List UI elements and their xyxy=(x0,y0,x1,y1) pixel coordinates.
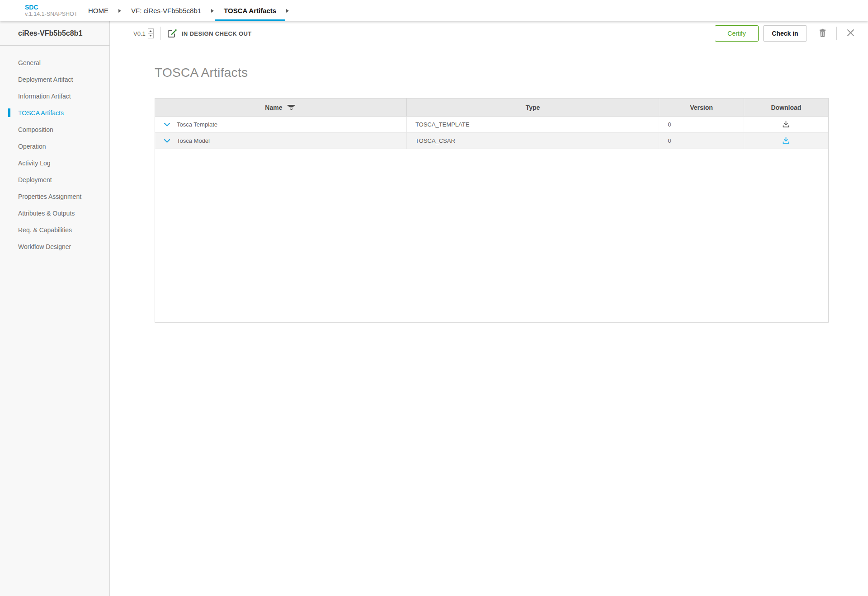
artifact-name: Tosca Model xyxy=(177,137,210,144)
artifact-name-cell: Tosca Model xyxy=(155,133,407,149)
artifact-name-cell: Tosca Template xyxy=(155,117,407,132)
tosca-artifacts-view: TOSCA Artifacts Name Type xyxy=(110,46,868,323)
version-spinner[interactable] xyxy=(148,28,154,38)
delete-button[interactable] xyxy=(815,27,830,41)
breadcrumb: HOME VF: ciRes-VFb5b5c8b1 TOSCA Artifact… xyxy=(79,0,290,21)
sidebar-item-tosca-artifacts[interactable]: TOSCA Artifacts xyxy=(0,104,109,121)
edit-pencil-icon xyxy=(167,29,177,38)
column-header-name[interactable]: Name xyxy=(155,99,407,116)
sidebar-item-req-capabilities[interactable]: Req. & Capabilities xyxy=(0,221,109,238)
sidebar-item-operation[interactable]: Operation xyxy=(0,138,109,155)
sidebar: ciRes-VFb5b5c8b1 General Deployment Arti… xyxy=(0,21,110,596)
chevron-down-icon[interactable] xyxy=(164,139,170,143)
sidebar-item-attributes-outputs[interactable]: Attributes & Outputs xyxy=(0,205,109,221)
logo-version: v.1.14.1-SNAPSHOT xyxy=(25,11,79,17)
sidebar-item-workflow-designer[interactable]: Workflow Designer xyxy=(0,238,109,255)
tab-vf-cires[interactable]: VF: ciRes-VFb5b5c8b1 xyxy=(122,0,210,21)
column-header-version[interactable]: Version xyxy=(659,99,744,116)
lifecycle-status: IN DESIGN CHECK OUT xyxy=(182,30,252,37)
resource-title: ciRes-VFb5b5c8b1 xyxy=(0,21,109,46)
sort-icon xyxy=(286,104,297,111)
top-bar: SDC v.1.14.1-SNAPSHOT HOME VF: ciRes-VFb… xyxy=(0,0,868,21)
artifact-download-cell xyxy=(744,133,828,149)
sdc-app: SDC v.1.14.1-SNAPSHOT HOME VF: ciRes-VFb… xyxy=(0,0,868,596)
download-icon xyxy=(782,136,790,146)
artifacts-table: Name Type Version Download xyxy=(155,98,829,323)
breadcrumb-arrow-icon xyxy=(211,9,214,13)
artifact-type-cell: TOSCA_TEMPLATE xyxy=(407,117,659,132)
artifact-version-cell: 0 xyxy=(659,117,744,132)
version-label: V0.1 xyxy=(133,30,146,37)
page-title: TOSCA Artifacts xyxy=(155,66,868,80)
table-row-tosca-model[interactable]: Tosca Model TOSCA_CSAR 0 xyxy=(155,133,828,149)
certify-button[interactable]: Certify xyxy=(715,25,759,42)
artifact-name: Tosca Template xyxy=(177,121,217,128)
sidebar-item-composition[interactable]: Composition xyxy=(0,121,109,138)
trash-icon xyxy=(819,28,826,39)
sidebar-item-general[interactable]: General xyxy=(0,54,109,71)
download-icon xyxy=(782,120,790,130)
breadcrumb-arrow-icon xyxy=(286,9,289,13)
artifact-download-cell xyxy=(744,117,828,132)
sidebar-item-deployment-artifact[interactable]: Deployment Artifact xyxy=(0,71,109,88)
logo-title: SDC xyxy=(25,4,79,11)
checkin-button[interactable]: Check in xyxy=(763,25,807,42)
column-header-type[interactable]: Type xyxy=(407,99,659,116)
workspace-toolbar: V0.1 IN DESIGN CHECK OUT Certify Check xyxy=(110,21,868,46)
main-area: V0.1 IN DESIGN CHECK OUT Certify Check xyxy=(110,21,868,596)
chevron-down-icon[interactable] xyxy=(164,122,170,127)
spinner-down-icon[interactable] xyxy=(148,33,153,38)
sidebar-item-label: TOSCA Artifacts xyxy=(18,109,64,117)
sdc-logo: SDC v.1.14.1-SNAPSHOT xyxy=(25,0,79,21)
download-button[interactable] xyxy=(779,135,793,147)
tab-tosca-artifacts[interactable]: TOSCA Artifacts xyxy=(215,0,285,21)
table-header: Name Type Version Download xyxy=(155,99,828,117)
toolbar-divider xyxy=(160,27,160,40)
close-button[interactable] xyxy=(843,27,858,40)
sidebar-item-properties-assignment[interactable]: Properties Assignment xyxy=(0,188,109,205)
toolbar-divider xyxy=(836,27,837,40)
artifact-version-cell: 0 xyxy=(659,133,744,149)
table-row-tosca-template[interactable]: Tosca Template TOSCA_TEMPLATE 0 xyxy=(155,117,828,133)
sidebar-item-information-artifact[interactable]: Information Artifact xyxy=(0,88,109,104)
spinner-up-icon[interactable] xyxy=(148,29,153,33)
active-indicator xyxy=(8,108,10,117)
sidebar-menu: General Deployment Artifact Information … xyxy=(0,46,109,255)
column-header-download[interactable]: Download xyxy=(744,99,828,116)
sidebar-item-activity-log[interactable]: Activity Log xyxy=(0,155,109,171)
artifact-type-cell: TOSCA_CSAR xyxy=(407,133,659,149)
sidebar-item-deployment[interactable]: Deployment xyxy=(0,171,109,188)
breadcrumb-arrow-icon xyxy=(118,9,121,13)
close-icon xyxy=(847,29,854,38)
tab-home[interactable]: HOME xyxy=(79,0,118,21)
download-button[interactable] xyxy=(779,119,793,131)
